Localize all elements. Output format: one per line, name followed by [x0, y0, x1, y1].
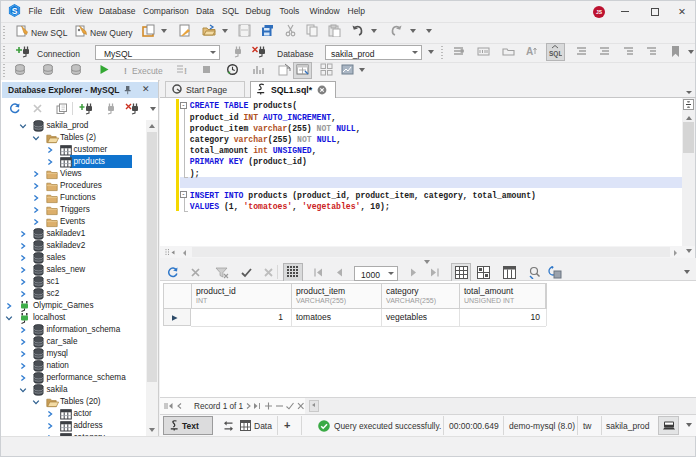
svg-text:SQL: SQL: [549, 50, 562, 58]
svg-text:!: !: [184, 66, 187, 76]
svg-text:A: A: [526, 46, 533, 57]
svg-text:S: S: [12, 6, 18, 16]
